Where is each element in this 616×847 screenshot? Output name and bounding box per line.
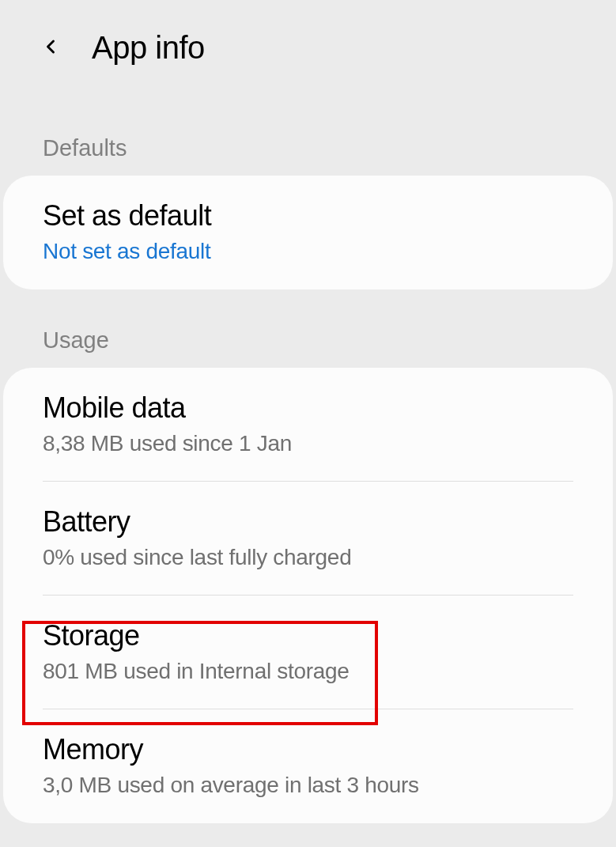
set-as-default-item[interactable]: Set as default Not set as default: [3, 176, 613, 289]
memory-item[interactable]: Memory 3,0 MB used on average in last 3 …: [3, 709, 613, 823]
memory-subtitle: 3,0 MB used on average in last 3 hours: [43, 773, 573, 798]
set-as-default-subtitle: Not set as default: [43, 239, 573, 264]
back-icon[interactable]: [40, 36, 92, 61]
storage-title: Storage: [43, 619, 573, 652]
mobile-data-item[interactable]: Mobile data 8,38 MB used since 1 Jan: [3, 368, 613, 482]
section-header-defaults: Defaults: [0, 97, 616, 176]
storage-subtitle: 801 MB used in Internal storage: [43, 659, 573, 684]
mobile-data-subtitle: 8,38 MB used since 1 Jan: [43, 431, 573, 456]
defaults-card: Set as default Not set as default: [3, 176, 613, 289]
set-as-default-title: Set as default: [43, 199, 573, 233]
battery-title: Battery: [43, 505, 573, 539]
storage-item[interactable]: Storage 801 MB used in Internal storage: [3, 596, 613, 709]
battery-item[interactable]: Battery 0% used since last fully charged: [3, 482, 613, 596]
memory-title: Memory: [43, 733, 573, 766]
page-title: App info: [92, 30, 205, 66]
battery-subtitle: 0% used since last fully charged: [43, 545, 573, 570]
section-header-usage: Usage: [0, 289, 616, 368]
mobile-data-title: Mobile data: [43, 391, 573, 425]
usage-card: Mobile data 8,38 MB used since 1 Jan Bat…: [3, 368, 613, 823]
header-bar: App info: [0, 0, 616, 97]
